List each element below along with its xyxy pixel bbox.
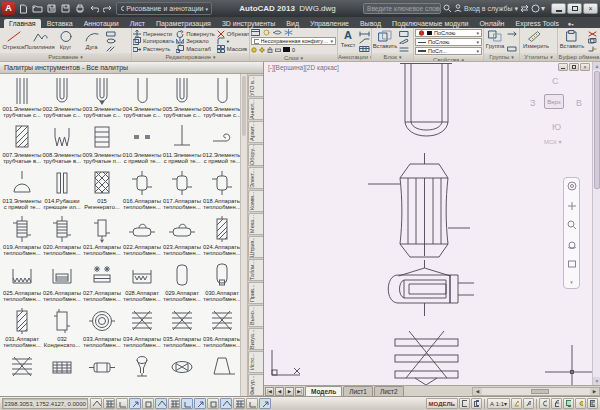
tab-model[interactable]: Модель <box>305 386 342 396</box>
signin-button[interactable]: Вход в службы ▾ <box>464 5 518 13</box>
palette-item-15[interactable]: 015 Регенерато... <box>82 168 122 214</box>
tool-palette-title[interactable]: Палитры инструментов - Все палитры <box>0 62 263 74</box>
copy-button[interactable]: Копировать <box>133 38 174 45</box>
palette-item-8[interactable]: 008.Элементы трубчатые в... <box>42 122 82 168</box>
palette-item-18[interactable]: 018.Аппараты теплообмен... <box>202 168 240 214</box>
close-button[interactable]: × <box>583 3 598 14</box>
palette-item-36[interactable]: 036.Аппараты теплообмен... <box>202 306 240 352</box>
hardware-accel-icon[interactable] <box>563 398 574 409</box>
palette-scrollbar[interactable] <box>240 74 247 396</box>
lineweight-combo[interactable]: ПоСл...▾ <box>415 47 482 55</box>
clipboard-panel-title[interactable]: Буфер обмена <box>558 53 600 61</box>
mirror-button[interactable]: Зеркало <box>176 38 215 45</box>
palette-item-6[interactable]: 006.Элементы трубчатые с... <box>202 76 240 122</box>
properties-panel-title[interactable]: Свойства▾ <box>414 56 483 61</box>
palette-group-tab-8[interactable]: Штрих... <box>248 236 263 258</box>
palette-item-24[interactable]: 024.Аппараты теплообмен... <box>202 214 240 260</box>
palette-item-7[interactable]: 007.Элементы трубчатые в... <box>2 122 42 168</box>
palette-item-11[interactable]: 011.Элементы с прямой те... <box>162 122 202 168</box>
palette-item-32[interactable]: 032 Конденсато... <box>42 306 82 352</box>
layer-state-combo[interactable]: Несохраненная конфигурация сло ▾ <box>251 37 336 45</box>
object-color-combo[interactable]: ПоСлою▾ <box>415 29 482 37</box>
palette-group-tab-14[interactable]: Фигур... <box>248 374 263 396</box>
tab-layout1[interactable]: Лист1 <box>343 386 373 396</box>
palette-item-21[interactable]: 021.Аппараты теплообмен... <box>82 214 122 260</box>
palette-item-38[interactable] <box>42 352 82 396</box>
layer-row[interactable]: 0 <box>251 46 336 53</box>
autocad-logo-icon[interactable]: A <box>2 2 15 15</box>
palette-item-14[interactable]: 014.Рубашки греющие ил... <box>42 168 82 214</box>
ribbon-tab-3d-инструменты[interactable]: 3D инструменты <box>217 19 280 28</box>
toggle-otrack[interactable] <box>181 398 193 409</box>
model-space-button[interactable]: МОДЕЛЬ <box>426 398 458 409</box>
copy-clip-icon[interactable] <box>586 38 598 45</box>
coordinates-readout[interactable]: 2398.3053, 1752.4127, 0.0000 <box>2 398 88 409</box>
scroll-down-icon[interactable]: ▼ <box>593 377 600 385</box>
draw-panel-title[interactable]: Рисование▾ <box>0 53 131 61</box>
toggle-sc[interactable] <box>259 398 271 409</box>
prev-tab-button[interactable]: ◀ <box>275 387 284 396</box>
line-button[interactable]: Отрезок <box>1 29 26 53</box>
hatch-tool-icon[interactable] <box>105 45 117 52</box>
horizontal-scrollbar[interactable]: ◀ ▶ <box>472 387 600 396</box>
palette-group-tab-2[interactable]: Аннот... <box>248 98 263 120</box>
quick-view-layouts-icon[interactable] <box>459 398 470 409</box>
palette-item-28[interactable]: 028.Аппарат теплообмен... <box>122 260 162 306</box>
palette-item-31[interactable]: 031.Аппарат теплообмен... <box>2 306 42 352</box>
ribbon-tab-лист[interactable]: Лист <box>125 19 150 28</box>
workspace-switch-icon[interactable] <box>539 398 550 409</box>
palette-item-39[interactable] <box>82 352 122 396</box>
arc-button[interactable]: Дуга <box>79 29 104 53</box>
ribbon-tab-управление[interactable]: Управление <box>305 19 354 28</box>
drawing-area[interactable]: [-][Вершина][2D каркас] × С З Верх В Ю М… <box>264 62 600 385</box>
linetype-combo[interactable]: ПоСлою▾ <box>415 38 482 46</box>
palette-item-23[interactable]: 023.Аппараты теплообмен... <box>162 214 202 260</box>
search-input[interactable]: Введите ключевое слово/фразу <box>363 3 441 14</box>
user-icon[interactable] <box>454 4 462 13</box>
measure-button[interactable]: Измерить <box>521 29 551 53</box>
annotation-panel-title[interactable]: Аннотации▾ <box>338 53 371 61</box>
palette-item-13[interactable]: 013.Элементы с прямой те... <box>2 168 42 214</box>
scale-button[interactable]: Масштаб <box>176 45 215 52</box>
layer-off-icon[interactable] <box>262 29 271 36</box>
stretch-button[interactable]: Растянуть <box>133 45 174 52</box>
help-icon[interactable]: ▾ <box>531 4 545 13</box>
text-button[interactable]: А Текст <box>339 29 357 53</box>
leader-icon[interactable] <box>358 38 370 45</box>
toolbar-lock-icon[interactable] <box>551 398 562 409</box>
palette-item-25[interactable]: 025.Аппараты теплообмен... <box>2 260 42 306</box>
ribbon-tab-express-tools[interactable]: Express Tools <box>510 19 563 28</box>
circle-button[interactable]: Круг <box>53 29 78 53</box>
isolate-objects-icon[interactable] <box>575 398 586 409</box>
workspace-selector[interactable]: Рисование и аннотации ▾ <box>116 2 212 15</box>
ribbon-tab-онлайн[interactable]: Онлайн <box>474 19 509 28</box>
toggle-3dosnap[interactable] <box>168 398 180 409</box>
polyline-button[interactable]: Полилиния <box>27 29 52 53</box>
undo-icon[interactable] <box>87 2 100 15</box>
palette-item-34[interactable]: 034.Аппараты теплообмен... <box>122 306 162 352</box>
block-panel-title[interactable]: Блок▾ <box>372 53 413 61</box>
insert-block-button[interactable]: Вставить <box>373 29 397 53</box>
palette-item-3[interactable]: 003.Элементы трубчатые с... <box>82 76 122 122</box>
fillet-button[interactable]: ▾ <box>217 38 249 45</box>
save-as-icon[interactable] <box>59 2 72 15</box>
ribbon-minimize-icon[interactable]: ⏺▾ <box>568 21 574 28</box>
rotate-button[interactable]: Повернуть <box>176 30 215 37</box>
palette-item-35[interactable]: 035.Аппараты теплообмен... <box>162 306 202 352</box>
palette-item-4[interactable]: 004.Элементы трубчатые с... <box>122 76 162 122</box>
toggle-infer[interactable] <box>90 398 102 409</box>
redo-icon[interactable] <box>101 2 114 15</box>
autoscale-icon[interactable] <box>523 398 534 409</box>
create-block-icon[interactable] <box>398 30 410 37</box>
annotation-scale-button[interactable]: А 1:1▾ <box>487 398 510 409</box>
palette-group-tab-9[interactable]: Табли... <box>248 259 263 281</box>
group-button[interactable]: Группа <box>485 29 505 53</box>
table-icon[interactable] <box>358 45 370 52</box>
search-icon[interactable] <box>443 4 452 13</box>
palette-item-26[interactable]: 026.Аппараты теплообмен... <box>42 260 82 306</box>
utilities-panel-title[interactable]: Утилиты▾ <box>520 53 557 61</box>
palette-item-10[interactable]: 010.Элементы с прямой те... <box>122 122 162 168</box>
clean-screen-button[interactable] <box>587 398 598 409</box>
palette-item-40[interactable] <box>122 352 162 396</box>
array-button[interactable]: Массив <box>217 45 249 52</box>
